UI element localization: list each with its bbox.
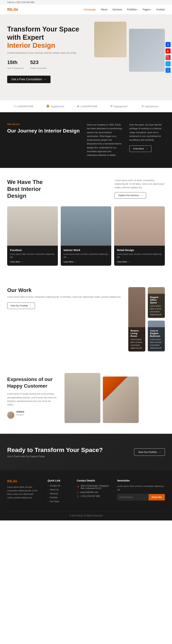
hero-stat-experience: 15th Year of Experience (7, 60, 24, 69)
reviewer-avatar (7, 412, 14, 419)
best-section: We Have The Best Interior Design Lorem i… (0, 168, 172, 276)
nav-item-about[interactable]: About (101, 8, 107, 11)
nav-item-contact[interactable]: Contact (156, 8, 165, 11)
phone-label: Call Us: (+62) 1234-567-890 (7, 1, 34, 4)
service-card-1: Interior Work Lorem ipsum dolor sit amet… (61, 206, 111, 266)
hero-section: Transform Your Space with Expert Interio… (0, 14, 172, 100)
footer: INLite Lorem ipsum dolor sit amet, conse… (0, 470, 172, 520)
twitter-icon[interactable]: 🐦 (165, 61, 170, 66)
service-card-content-2: Retail Design Lorem ipsum dolor sit amet… (114, 246, 165, 266)
who-label: Who We Are (7, 123, 80, 126)
footer-link-about[interactable]: About Us (48, 488, 70, 491)
youtube-icon[interactable]: ▶ (165, 48, 170, 54)
facebook-icon[interactable]: f (165, 68, 170, 73)
work-card-0: Modern Living Room Lorem ipsum dolor sit… (128, 287, 145, 352)
arrow-icon: → (29, 304, 32, 307)
who-title: Our Journey in Interior Design (7, 128, 80, 134)
social-icons: 𝔹 ▶ ◎ 🐦 f (165, 42, 170, 73)
footer-links-col: Quick Link Contact Us About Us Services … (48, 479, 70, 504)
brand-logo-4: ⚙ logoipsum° (110, 104, 128, 108)
footer-bottom: © 2024 INLite, All Rights Reserved (7, 511, 165, 517)
location-icon: 📍 (77, 486, 79, 488)
work-left: Our Work Lorem ipsum dolor sit amet, con… (7, 287, 121, 309)
arrow-icon: → (128, 261, 130, 263)
work-section: Our Work Lorem ipsum dolor sit amet, con… (0, 276, 172, 362)
footer-about-col: INLite Lorem ipsum dolor sit amet, conse… (7, 479, 40, 504)
work-card-info-1: Elegant Office Space Lorem ipsum dolor s… (148, 294, 165, 318)
nav-item-homepage[interactable]: Homepage (83, 8, 96, 11)
service-cards: Furniture Lorem ipsum dolor sit amet, co… (7, 206, 165, 266)
hero-images (94, 22, 165, 72)
footer-logo: INLite (7, 479, 40, 483)
hero-image-1 (94, 22, 126, 58)
newsletter-email-input[interactable] (117, 494, 149, 500)
work-title: Our Work (7, 287, 121, 293)
explore-services-button[interactable]: Explore Our Services → (115, 192, 146, 199)
testimonial-image-2-inner (103, 376, 139, 423)
best-header: We Have The Best Interior Design Lorem i… (7, 178, 165, 199)
behance-icon[interactable]: 𝔹 (165, 42, 170, 47)
service-card-image-2 (114, 206, 165, 246)
work-card-2: Cozy & Elegant Bedroom Lorem ipsum dolor… (148, 320, 165, 352)
learn-more-button-1[interactable]: Learn More → (64, 261, 109, 263)
logo[interactable]: INLite (7, 7, 18, 12)
work-card-info-2: Cozy & Elegant Bedroom Lorem ipsum dolor… (148, 327, 165, 352)
reviewer-info: Juliana Designer (16, 410, 24, 420)
logo-lite: Lite (11, 7, 18, 12)
brand-logo-2: 🍔 logoipsum (46, 104, 64, 108)
portfolio-button[interactable]: View Our Portfolio → (7, 302, 35, 309)
topbar: Call Us: (+62) 1234-567-890 (0, 0, 172, 5)
logo-in: IN (7, 7, 11, 12)
footer-link-portfolio[interactable]: Portfolio (48, 496, 70, 499)
service-card-2: Retail Design Lorem ipsum dolor sit amet… (114, 206, 165, 266)
footer-link-services[interactable]: Services (48, 492, 70, 495)
arrow-icon: → (75, 261, 77, 263)
testimonial-image-1 (65, 373, 100, 423)
footer-link-team[interactable]: Our Team (48, 500, 70, 503)
newsletter-form: Subscribe (117, 494, 165, 500)
footer-email[interactable]: ✉ support@inlite.com (77, 491, 110, 494)
learn-more-button-2[interactable]: Learn More → (117, 261, 162, 263)
arrow-icon: → (158, 451, 161, 454)
arrow-icon: → (43, 78, 46, 81)
testimonial-image-2 (103, 376, 139, 423)
hero-title: Transform Your Space with Expert Interio… (7, 25, 82, 50)
hero-subtitle: A brief introduction to your services an… (7, 52, 82, 54)
logos-bar: 🎙 LOGOIPSUM 🍔 logoipsum ▶ LOGOIPSUM ⚙ lo… (0, 100, 172, 112)
instagram-icon[interactable]: ◎ (165, 55, 170, 60)
know-more-button[interactable]: Know More → (129, 146, 151, 152)
hero-stat-projects: 523 Project Completed (30, 60, 47, 69)
service-card-0: Furniture Lorem ipsum dolor sit amet, co… (7, 206, 58, 266)
cta-section: Ready to Transform Your Space? Get in To… (0, 434, 172, 470)
nav-links: Homepage About Services Portfolio Pages … (83, 8, 165, 11)
nav-item-pages[interactable]: Pages (143, 8, 151, 11)
cta-title: Ready to Transform Your Space? (7, 446, 103, 454)
reviewer: Juliana Designer (7, 410, 57, 420)
email-icon: ✉ (77, 491, 78, 494)
who-right: Over the years, we have had the privileg… (129, 123, 165, 157)
cta-subtitle: Get in Touch with Our Experts Today (7, 455, 103, 458)
footer-newsletter-col: Newsletter Lorem ipsum dolor sit amet, c… (117, 479, 165, 504)
footer-link-contact[interactable]: Contact Us (48, 484, 70, 487)
learn-more-button-0[interactable]: Learn More → (10, 261, 55, 263)
footer-grid: INLite Lorem ipsum dolor sit amet, conse… (7, 479, 165, 504)
cta-left: Ready to Transform Your Space? Get in To… (7, 446, 103, 458)
arrow-icon: → (145, 148, 148, 150)
subscribe-button[interactable]: Subscribe (149, 494, 165, 500)
nav-item-portfolio[interactable]: Portfolio (127, 8, 138, 11)
best-title: We Have The Best Interior Design (7, 178, 54, 199)
cta-button[interactable]: Get a Free Consultation → (7, 76, 51, 83)
footer-contact-col: Contact Details 📍 Desa Sambungan, Singaj… (77, 479, 110, 504)
service-card-content-1: Interior Work Lorem ipsum dolor sit amet… (61, 246, 111, 266)
nav-item-services[interactable]: Services (112, 8, 122, 11)
navbar: INLite Homepage About Services Portfolio… (0, 5, 172, 14)
work-card-1: Elegant Office Space Lorem ipsum dolor s… (148, 287, 165, 318)
who-left: Who We Are Our Journey in Interior Desig… (7, 123, 80, 157)
hero-image-2 (129, 29, 165, 72)
testimonials-section: Expressions of our Happy Customer Lorem … (0, 362, 172, 434)
footer-phone[interactable]: 📞 (+62) 1234-567-890 (77, 495, 110, 498)
testimonials-left: Expressions of our Happy Customer Lorem … (7, 376, 57, 420)
brand-logo-5: ⊘ logoipsum (141, 104, 158, 108)
work-grid: Modern Living Room Lorem ipsum dolor sit… (128, 287, 165, 352)
cta-portfolio-button[interactable]: View Our Portfolio → (134, 448, 165, 456)
